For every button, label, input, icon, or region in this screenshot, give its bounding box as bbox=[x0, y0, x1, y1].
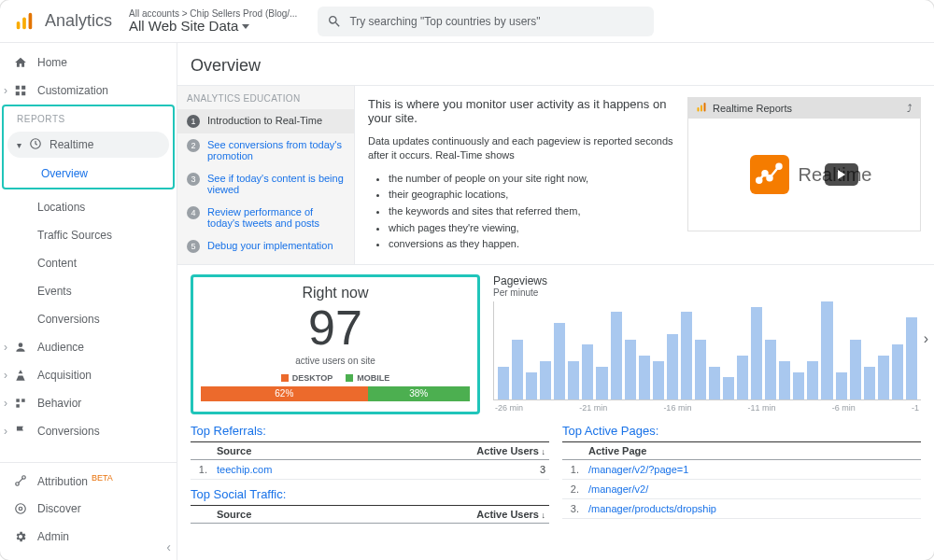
search-icon bbox=[327, 14, 342, 29]
svg-rect-3 bbox=[16, 86, 20, 90]
pageviews-subtitle: Per minute bbox=[493, 287, 921, 298]
reports-section-label: REPORTS bbox=[4, 106, 173, 128]
chart-bar bbox=[709, 367, 720, 399]
nav-admin[interactable]: Admin bbox=[0, 523, 177, 551]
brand-label: Analytics bbox=[45, 11, 112, 31]
right-now-title: Right now bbox=[302, 285, 368, 301]
sidebar: Home Customization REPORTS ▾ Realtime Ov… bbox=[0, 43, 177, 560]
nav-acquisition[interactable]: Acquisition bbox=[0, 361, 177, 389]
svg-rect-17 bbox=[700, 105, 702, 112]
chart-bar bbox=[850, 340, 861, 399]
beta-badge: BETA bbox=[92, 473, 113, 483]
view-name: All Web Site Data bbox=[129, 19, 238, 35]
realtime-icon bbox=[750, 155, 789, 194]
search-input[interactable]: Try searching "Top countries by users" bbox=[318, 7, 654, 36]
svg-rect-18 bbox=[704, 103, 706, 112]
chart-bar bbox=[779, 361, 790, 399]
page-title: Overview bbox=[177, 43, 934, 85]
nav-realtime-overview[interactable]: Overview bbox=[4, 160, 173, 188]
collapse-sidebar-button[interactable]: ‹ bbox=[166, 539, 171, 554]
svg-rect-16 bbox=[698, 107, 700, 112]
chart-bar bbox=[625, 340, 636, 399]
chart-bar bbox=[906, 317, 917, 399]
edu-item-2[interactable]: 2See conversions from today's promotion bbox=[177, 133, 354, 167]
active-users-count: 97 bbox=[308, 303, 362, 352]
active-page-link[interactable]: /manager/v2/?page=1 bbox=[585, 459, 921, 479]
top-referrals-table: Top Referrals: Source Active Users 1. te… bbox=[191, 424, 549, 480]
nav-attribution[interactable]: AttributionBETA bbox=[0, 467, 177, 495]
legend-desktop: DESKTOP bbox=[281, 373, 333, 383]
svg-rect-0 bbox=[17, 21, 21, 29]
chart-bar bbox=[639, 356, 650, 399]
chart-bar bbox=[681, 312, 692, 399]
table-row[interactable]: 3./manager/products/dropship bbox=[562, 498, 921, 518]
share-icon[interactable]: ⤴ bbox=[907, 103, 913, 114]
nav-realtime-events[interactable]: Events bbox=[0, 277, 177, 305]
chart-next-button[interactable]: › bbox=[924, 330, 928, 347]
device-legend: DESKTOP MOBILE bbox=[281, 373, 389, 383]
nav-label: Discover bbox=[37, 502, 81, 515]
svg-rect-2 bbox=[29, 12, 33, 28]
edu-item-4[interactable]: 4Review performance of today's tweets an… bbox=[177, 201, 354, 234]
device-split-bar: 62% 38% bbox=[201, 386, 470, 401]
svg-point-15 bbox=[19, 507, 22, 511]
table-row[interactable]: 2./manager/v2/ bbox=[562, 479, 921, 498]
svg-rect-11 bbox=[16, 404, 20, 408]
active-users-label: active users on site bbox=[295, 356, 375, 366]
edu-item-3[interactable]: 3See if today's content is being viewed bbox=[177, 167, 354, 201]
nav-realtime[interactable]: ▾ Realtime bbox=[7, 132, 169, 158]
nav-audience[interactable]: Audience bbox=[0, 333, 177, 361]
edu-item-1[interactable]: 1Introduction to Real-Time bbox=[177, 109, 354, 133]
col-active-page[interactable]: Active Page bbox=[585, 441, 921, 459]
col-source[interactable]: Source bbox=[213, 505, 333, 523]
nav-discover[interactable]: Discover bbox=[0, 495, 177, 523]
referral-source[interactable]: teechip.com bbox=[213, 459, 365, 479]
realtime-highlight-box: REPORTS ▾ Realtime Overview bbox=[2, 105, 175, 189]
active-page-link[interactable]: /manager/v2/ bbox=[585, 479, 921, 498]
col-active-users[interactable]: Active Users bbox=[365, 441, 549, 459]
referral-active: 3 bbox=[365, 459, 549, 479]
nav-realtime-traffic[interactable]: Traffic Sources bbox=[0, 221, 177, 249]
chevron-down-icon bbox=[242, 24, 249, 29]
nav-home[interactable]: Home bbox=[0, 49, 177, 77]
nav-behavior[interactable]: Behavior bbox=[0, 389, 177, 417]
svg-rect-5 bbox=[16, 91, 20, 95]
svg-rect-4 bbox=[21, 86, 25, 90]
nav-label: Realtime bbox=[50, 138, 93, 151]
nav-conversions[interactable]: Conversions bbox=[0, 417, 177, 445]
education-video[interactable]: Realtime Reports ⤴ Realtime bbox=[687, 97, 921, 231]
education-para: Data updates continuously and each pagev… bbox=[368, 134, 674, 163]
nav-realtime-locations[interactable]: Locations bbox=[0, 193, 177, 221]
desktop-share: 62% bbox=[201, 386, 368, 401]
edu-bullet: their geographic locations, bbox=[389, 187, 674, 203]
chart-bar bbox=[554, 323, 565, 399]
play-icon[interactable] bbox=[825, 163, 858, 186]
pageviews-chart bbox=[493, 301, 921, 400]
chart-bar bbox=[611, 312, 622, 399]
active-page-link[interactable]: /manager/products/dropship bbox=[585, 498, 921, 518]
svg-point-14 bbox=[16, 504, 26, 514]
table-row[interactable]: 1. teechip.com 3 bbox=[191, 459, 549, 479]
nav-realtime-conversions[interactable]: Conversions bbox=[0, 305, 177, 333]
edu-item-5[interactable]: 5Debug your implementation bbox=[177, 234, 354, 259]
right-now-card: Right now 97 active users on site DESKTO… bbox=[191, 274, 480, 414]
nav-label: Conversions bbox=[37, 425, 100, 438]
top-active-pages-table: Top Active Pages: Active Page 1./manager… bbox=[562, 424, 921, 524]
chart-bar bbox=[821, 301, 832, 399]
education-panel: ANALYTICS EDUCATION 1Introduction to Rea… bbox=[177, 85, 934, 265]
chart-bar bbox=[667, 334, 678, 399]
table-row[interactable]: 1./manager/v2/?page=1 bbox=[562, 459, 921, 479]
edu-bullet: the keywords and sites that referred the… bbox=[389, 203, 674, 220]
education-label: ANALYTICS EDUCATION bbox=[177, 86, 354, 109]
col-active-users[interactable]: Active Users bbox=[333, 505, 549, 523]
table-title: Top Social Traffic: bbox=[191, 487, 549, 501]
top-social-table: Top Social Traffic: Source Active Users bbox=[191, 487, 549, 524]
chart-bar bbox=[540, 361, 551, 399]
nav-label: AttributionBETA bbox=[37, 473, 113, 488]
nav-realtime-content[interactable]: Content bbox=[0, 249, 177, 277]
account-selector[interactable]: All accounts > Chip Sellers Prod (Blog/.… bbox=[129, 8, 297, 35]
pageviews-x-axis: -26 min -21 min -16 min -11 min -6 min -… bbox=[493, 403, 921, 413]
table-title: Top Active Pages: bbox=[562, 424, 921, 438]
nav-customization[interactable]: Customization bbox=[0, 77, 177, 105]
col-source[interactable]: Source bbox=[213, 441, 365, 459]
